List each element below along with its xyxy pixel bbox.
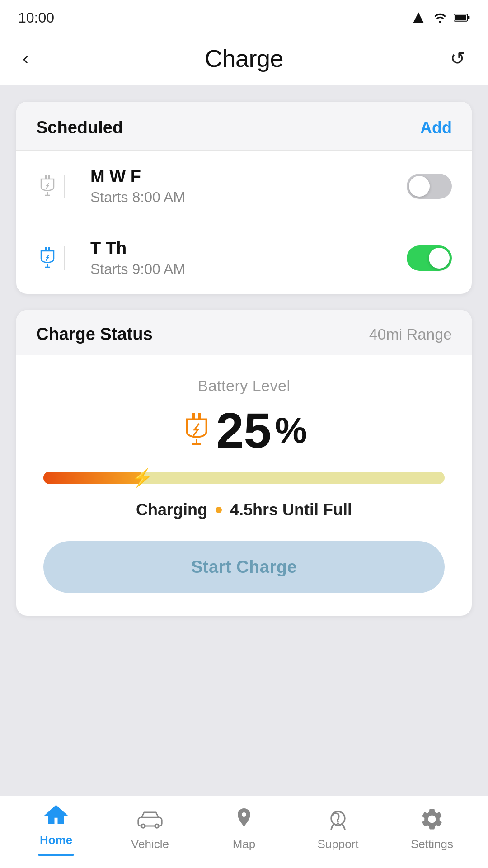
settings-icon	[418, 806, 446, 833]
toggle-knob-on	[429, 248, 450, 269]
toggle-knob	[409, 176, 430, 197]
schedule-mwf-toggle[interactable]	[407, 174, 452, 199]
battery-percent-row: 25 %	[181, 406, 307, 455]
refresh-button[interactable]: ↺	[438, 48, 465, 69]
charging-dot	[216, 507, 222, 513]
battery-level-label: Battery Level	[198, 377, 291, 395]
support-icon	[324, 806, 352, 833]
svg-point-1	[439, 21, 441, 23]
charging-label: Charging	[136, 500, 207, 519]
svg-point-20	[142, 825, 145, 827]
page-content: Scheduled Add M W F Starts 8:00 AM	[0, 85, 488, 796]
nav-support-label: Support	[317, 837, 358, 851]
nav-settings[interactable]: Settings	[385, 806, 479, 851]
plug-icon-inactive	[36, 175, 65, 198]
scheduled-card-header: Scheduled Add	[16, 102, 472, 151]
status-bar: 10:00	[0, 0, 488, 32]
vehicle-icon	[136, 806, 164, 833]
nav-vehicle[interactable]: Vehicle	[103, 806, 197, 851]
map-icon	[230, 806, 258, 833]
nav-settings-label: Settings	[411, 837, 453, 851]
back-button[interactable]: ‹	[23, 48, 50, 69]
charge-status-title: Charge Status	[36, 325, 153, 344]
schedule-mwf-days: M W F	[90, 167, 392, 186]
schedule-item-mwf: M W F Starts 8:00 AM	[16, 151, 472, 222]
charging-status-row: Charging 4.5hrs Until Full	[136, 500, 352, 519]
charge-range: 40mi Range	[369, 326, 452, 343]
schedule-tth-days: T Th	[90, 239, 392, 258]
svg-point-23	[337, 822, 339, 825]
home-active-indicator	[38, 854, 74, 856]
home-icon	[42, 802, 70, 829]
bottom-nav: Home Vehicle Map	[0, 796, 488, 868]
wifi-icon	[432, 11, 448, 24]
schedule-mwf-info: M W F Starts 8:00 AM	[90, 167, 392, 206]
schedule-tth-time: Starts 9:00 AM	[90, 261, 392, 278]
schedule-tth-toggle[interactable]	[407, 245, 452, 271]
start-charge-button[interactable]: Start Charge	[43, 541, 445, 593]
charge-status-header: Charge Status 40mi Range	[16, 310, 472, 355]
svg-rect-4	[468, 16, 470, 19]
battery-progress-bar: ⚡	[43, 472, 445, 484]
page-title: Charge	[205, 44, 283, 72]
svg-marker-0	[413, 12, 423, 23]
battery-progress-fill: ⚡	[43, 472, 144, 484]
nav-home-label: Home	[40, 833, 72, 847]
schedule-mwf-time: Starts 8:00 AM	[90, 189, 392, 206]
plug-icon-active	[36, 246, 65, 270]
battery-icon	[454, 11, 470, 24]
nav-map-label: Map	[233, 837, 256, 851]
schedule-item-tth: T Th Starts 9:00 AM	[16, 222, 472, 294]
scheduled-card: Scheduled Add M W F Starts 8:00 AM	[16, 102, 472, 294]
progress-lightning-icon: ⚡	[131, 468, 153, 488]
schedule-tth-info: T Th Starts 9:00 AM	[90, 239, 392, 278]
charging-time: 4.5hrs Until Full	[230, 500, 352, 519]
svg-rect-3	[455, 15, 466, 20]
status-time: 10:00	[18, 9, 54, 26]
nav-home[interactable]: Home	[9, 802, 103, 856]
battery-percent-value: 25	[216, 406, 271, 455]
signal-icon	[410, 11, 427, 24]
page-header: ‹ Charge ↺	[0, 32, 488, 85]
nav-vehicle-label: Vehicle	[131, 837, 169, 851]
battery-percent-sign: %	[275, 412, 307, 448]
charge-status-card: Charge Status 40mi Range Battery Level 2…	[16, 310, 472, 616]
status-icons	[410, 11, 470, 24]
svg-point-21	[156, 825, 158, 827]
scheduled-title: Scheduled	[36, 118, 123, 137]
nav-support[interactable]: Support	[291, 806, 385, 851]
battery-plug-icon	[181, 412, 212, 448]
charge-status-body: Battery Level 25 % ⚡	[16, 355, 472, 616]
add-schedule-button[interactable]: Add	[420, 118, 452, 137]
nav-map[interactable]: Map	[197, 806, 291, 851]
